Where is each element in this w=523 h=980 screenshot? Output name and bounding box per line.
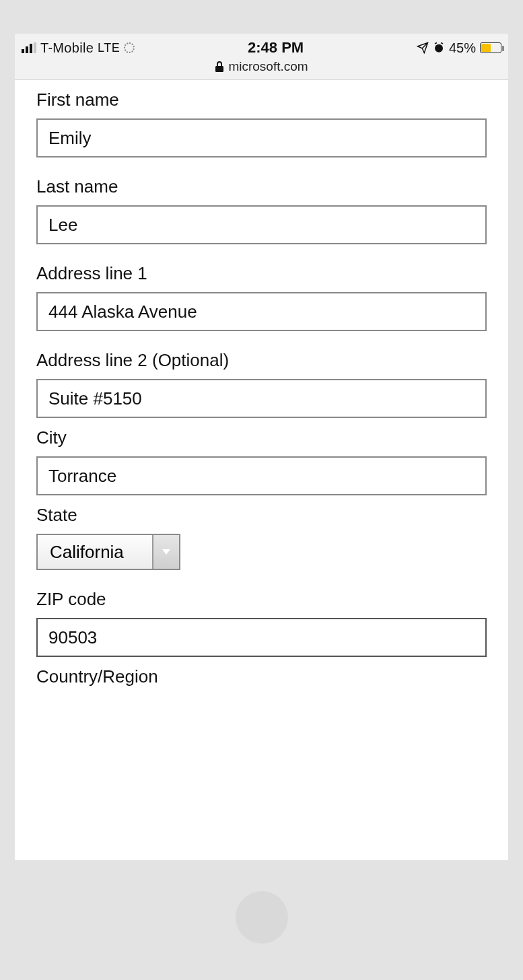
address2-input[interactable] [36, 379, 487, 418]
home-button[interactable] [236, 891, 288, 944]
zip-label: ZIP code [36, 589, 487, 610]
signal-icon [22, 42, 36, 53]
phone-frame: T-Mobile LTE 2:48 PM [0, 0, 523, 980]
last-name-label: Last name [36, 176, 487, 197]
zip-input[interactable] [36, 618, 487, 657]
screen: T-Mobile LTE 2:48 PM [15, 34, 508, 860]
lock-icon [215, 61, 224, 72]
country-label: Country/Region [36, 666, 487, 687]
city-input[interactable] [36, 456, 487, 495]
address1-label: Address line 1 [36, 263, 487, 284]
battery-icon [480, 42, 501, 53]
form-content: First name Last name Address line 1 Addr… [15, 80, 508, 706]
state-select[interactable]: California [36, 534, 180, 570]
svg-rect-2 [30, 44, 32, 53]
svg-rect-3 [34, 42, 36, 53]
network-label: LTE [98, 41, 120, 55]
first-name-input[interactable] [36, 118, 487, 158]
alarm-icon [433, 42, 445, 54]
status-bar: T-Mobile LTE 2:48 PM [15, 34, 508, 80]
first-name-label: First name [36, 90, 487, 110]
battery-percent: 45% [449, 40, 476, 56]
svg-rect-1 [26, 46, 28, 53]
state-value: California [38, 535, 152, 569]
svg-rect-5 [215, 66, 223, 72]
state-label: State [36, 505, 487, 526]
svg-rect-0 [22, 49, 24, 53]
clock: 2:48 PM [248, 39, 304, 57]
last-name-input[interactable] [36, 205, 487, 244]
carrier-label: T-Mobile [40, 40, 94, 56]
svg-point-4 [435, 44, 443, 53]
loading-icon [124, 42, 135, 53]
svg-marker-6 [162, 549, 170, 555]
address2-label: Address line 2 (Optional) [36, 350, 487, 371]
location-icon [417, 42, 429, 54]
url-text: microsoft.com [228, 59, 308, 74]
browser-url-bar[interactable]: microsoft.com [22, 58, 501, 77]
chevron-down-icon [152, 535, 179, 569]
city-label: City [36, 427, 487, 448]
address1-input[interactable] [36, 292, 487, 331]
